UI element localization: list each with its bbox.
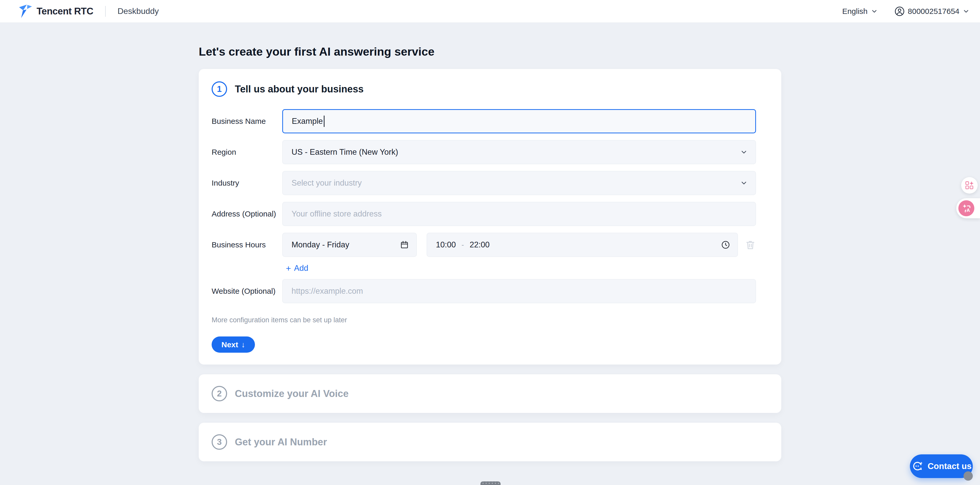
chevron-down-icon	[963, 8, 970, 15]
industry-placeholder: Select your industry	[291, 178, 362, 188]
step-2-badge: 2	[212, 386, 227, 401]
step-3-card[interactable]: 3 Get your AI Number	[199, 423, 781, 461]
tencent-rtc-logo-icon	[18, 4, 32, 19]
business-name-row: Business Name Example	[212, 109, 756, 133]
plus-icon: +	[286, 265, 291, 272]
arrow-down-icon: ↓	[241, 340, 245, 349]
person-circle-icon	[894, 6, 905, 16]
address-input[interactable]: Your offline store address	[282, 202, 756, 226]
step-1-title: Tell us about your business	[235, 84, 364, 95]
business-days-value: Monday - Friday	[291, 240, 349, 249]
business-name-label: Business Name	[212, 117, 282, 126]
ai-translate-widget-button[interactable]: A	[956, 198, 980, 218]
widget-minimized-dot[interactable]	[964, 471, 973, 480]
add-hours-row: + Add	[286, 264, 756, 273]
product-name: Deskbuddy	[118, 6, 159, 16]
business-hours-label: Business Hours	[212, 241, 282, 249]
address-label: Address (Optional)	[212, 209, 282, 218]
industry-select[interactable]: Select your industry	[282, 171, 756, 195]
contact-us-label: Contact us	[928, 461, 972, 471]
website-row: Website (Optional) https://example.com	[212, 279, 756, 303]
page-title: Let's create your first AI answering ser…	[199, 45, 781, 58]
region-select[interactable]: US - Eastern Time (New York)	[282, 140, 756, 164]
drag-handle[interactable]	[480, 482, 501, 485]
step-2-card[interactable]: 2 Customize your AI Voice	[199, 374, 781, 413]
language-label: English	[842, 7, 867, 16]
account-id: 800002517654	[908, 7, 959, 16]
business-time-picker[interactable]: 10:00 - 22:00	[426, 233, 738, 257]
step-2-title: Customize your AI Voice	[235, 388, 348, 399]
chevron-down-icon	[740, 148, 748, 156]
add-hours-button[interactable]: + Add	[286, 264, 308, 273]
region-value: US - Eastern Time (New York)	[291, 147, 398, 157]
config-note: More configuration items can be set up l…	[212, 316, 756, 324]
chevron-down-icon	[871, 8, 878, 15]
industry-row: Industry Select your industry	[212, 171, 756, 195]
trash-icon[interactable]	[745, 239, 756, 250]
step-3-title: Get your AI Number	[235, 437, 327, 448]
svg-text:A: A	[967, 208, 970, 213]
language-selector[interactable]: English	[842, 7, 878, 16]
industry-label: Industry	[212, 179, 282, 187]
time-separator: -	[461, 241, 464, 249]
text-caret	[324, 116, 325, 127]
step-1-badge: 1	[212, 81, 227, 97]
website-input[interactable]: https://example.com	[282, 279, 756, 303]
address-row: Address (Optional) Your offline store ad…	[212, 202, 756, 226]
account-menu[interactable]: 800002517654	[894, 6, 970, 16]
website-placeholder: https://example.com	[291, 287, 363, 296]
apps-sparkle-icon	[964, 181, 974, 190]
region-row: Region US - Eastern Time (New York)	[212, 140, 756, 164]
business-name-value: Example	[292, 117, 323, 126]
business-hours-row: Business Hours Monday - Friday 10:00 - 2…	[212, 233, 756, 257]
address-placeholder: Your offline store address	[291, 209, 382, 219]
next-label: Next	[221, 340, 238, 349]
business-name-input[interactable]: Example	[282, 109, 756, 133]
calendar-icon	[400, 240, 409, 249]
region-label: Region	[212, 148, 282, 157]
add-hours-label: Add	[294, 264, 308, 273]
contact-us-button[interactable]: Contact us	[910, 454, 973, 478]
website-label: Website (Optional)	[212, 287, 282, 296]
business-days-picker[interactable]: Monday - Friday	[282, 233, 417, 257]
main-content: Let's create your first AI answering ser…	[199, 45, 781, 461]
brand-name: Tencent RTC	[37, 6, 93, 17]
clock-icon	[721, 240, 730, 249]
step-1-card: 1 Tell us about your business Business N…	[199, 69, 781, 365]
time-start: 10:00	[436, 240, 456, 249]
chevron-down-icon	[740, 179, 748, 187]
apps-widget-button[interactable]	[961, 177, 978, 193]
time-end: 22:00	[469, 240, 490, 249]
header-divider	[105, 6, 106, 17]
step-3-badge: 3	[212, 434, 227, 450]
ai-translate-icon: A	[958, 200, 974, 216]
next-button[interactable]: Next ↓	[212, 336, 255, 353]
chat-bot-icon	[911, 460, 924, 472]
top-bar: Tencent RTC Deskbuddy English 8000025176…	[0, 0, 980, 23]
